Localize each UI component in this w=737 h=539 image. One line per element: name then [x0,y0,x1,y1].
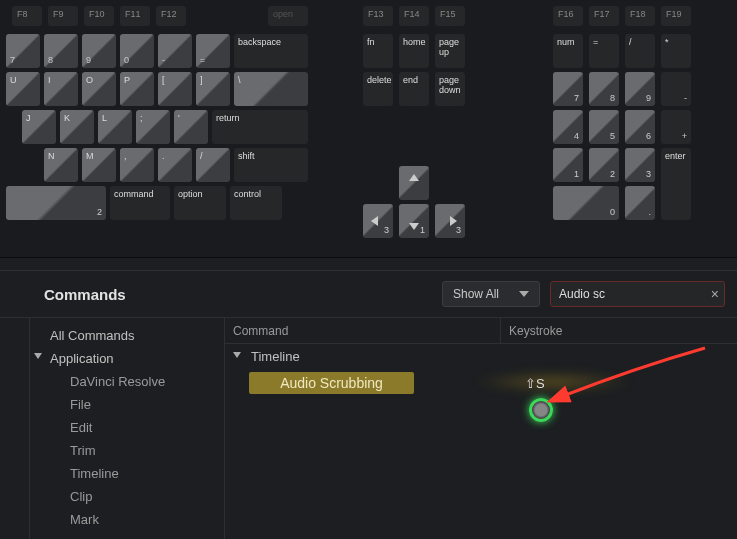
key-f8[interactable]: F8 [12,6,42,26]
tree-application[interactable]: Application [30,347,224,370]
key-num-star[interactable]: * [661,34,691,68]
key-space[interactable]: 2 [6,186,106,220]
key-bracket-r[interactable]: ] [196,72,230,106]
key-l[interactable]: L [98,110,132,144]
key-num4[interactable]: 4 [553,110,583,144]
key-arrow-right[interactable]: 3 [435,204,465,238]
chevron-down-icon [233,352,241,358]
tree-clip[interactable]: Clip [30,485,224,508]
key-o[interactable]: O [82,72,116,106]
key-f15[interactable]: F15 [435,6,465,26]
key-open[interactable]: open [268,6,308,26]
key-pageup[interactable]: page up [435,34,465,68]
key-f12[interactable]: F12 [156,6,186,26]
cursor-highlight [529,398,553,422]
key-f9[interactable]: F9 [48,6,78,26]
tree-edit[interactable]: Edit [30,416,224,439]
key-i[interactable]: I [44,72,78,106]
key-home[interactable]: home [399,34,429,68]
key-num-minus[interactable]: - [661,72,691,106]
filter-dropdown[interactable]: Show All [442,281,540,307]
key-num-plus[interactable]: + [661,110,691,144]
key-backspace[interactable]: backspace [234,34,308,68]
key-num5[interactable]: 5 [589,110,619,144]
key-f16[interactable]: F16 [553,6,583,26]
key-f11[interactable]: F11 [120,6,150,26]
key-semicolon[interactable]: ; [136,110,170,144]
key-f18[interactable]: F18 [625,6,655,26]
key-p[interactable]: P [120,72,154,106]
key-j[interactable]: J [22,110,56,144]
arrow-up-icon [409,174,419,181]
key-arrow-left[interactable]: 3 [363,204,393,238]
key-num-equals[interactable]: = [589,34,619,68]
command-list: Command Keystroke Timeline Audio Scrubbi… [225,318,737,539]
result-command-label: Audio Scrubbing [249,372,414,394]
key-backslash[interactable]: \ [234,72,308,106]
col-command[interactable]: Command [225,318,501,343]
tree-file[interactable]: File [30,393,224,416]
key-num0[interactable]: 0 [553,186,619,220]
key-7[interactable]: 7 [6,34,40,68]
key-num7[interactable]: 7 [553,72,583,106]
filter-label: Show All [453,287,499,301]
highlight-smudge [473,370,633,394]
key-m[interactable]: M [82,148,116,182]
key-f13[interactable]: F13 [363,6,393,26]
result-group-timeline[interactable]: Timeline [225,344,737,368]
arrow-left-icon [371,216,378,226]
key-0[interactable]: 0 [120,34,154,68]
command-tree: All Commands Application DaVinci Resolve… [30,318,225,539]
key-num-slash[interactable]: / [625,34,655,68]
key-delete[interactable]: delete [363,72,393,106]
commands-title: Commands [44,286,126,303]
key-bracket-l[interactable]: [ [158,72,192,106]
key-comma[interactable]: , [120,148,154,182]
search-input[interactable] [550,281,725,307]
key-num-enter[interactable]: enter [661,148,691,220]
key-num8[interactable]: 8 [589,72,619,106]
key-period[interactable]: . [158,148,192,182]
key-num3[interactable]: 3 [625,148,655,182]
key-shift[interactable]: shift [234,148,308,182]
key-minus[interactable]: - [158,34,192,68]
key-f14[interactable]: F14 [399,6,429,26]
key-num-dot[interactable]: . [625,186,655,220]
col-keystroke[interactable]: Keystroke [501,318,737,343]
tree-trim[interactable]: Trim [30,439,224,462]
key-arrow-up[interactable] [399,166,429,200]
key-pagedown[interactable]: page down [435,72,465,106]
tree-davinci[interactable]: DaVinci Resolve [30,370,224,393]
key-8[interactable]: 8 [44,34,78,68]
key-control[interactable]: control [230,186,282,220]
key-numlock[interactable]: num [553,34,583,68]
key-u[interactable]: U [6,72,40,106]
key-end[interactable]: end [399,72,429,106]
key-k[interactable]: K [60,110,94,144]
key-f19[interactable]: F19 [661,6,691,26]
key-quote[interactable]: ' [174,110,208,144]
key-num6[interactable]: 6 [625,110,655,144]
key-num1[interactable]: 1 [553,148,583,182]
key-num2[interactable]: 2 [589,148,619,182]
key-num9[interactable]: 9 [625,72,655,106]
key-f10[interactable]: F10 [84,6,114,26]
commands-header: Commands Show All × [0,271,737,317]
side-gutter [0,318,30,539]
chevron-down-icon [34,353,42,359]
columns-header: Command Keystroke [225,318,737,344]
key-arrow-down[interactable]: 1 [399,204,429,238]
key-return[interactable]: return [212,110,308,144]
key-command[interactable]: command [110,186,170,220]
tree-timeline[interactable]: Timeline [30,462,224,485]
key-9[interactable]: 9 [82,34,116,68]
tree-mark[interactable]: Mark [30,508,224,531]
key-equals[interactable]: = [196,34,230,68]
key-fn[interactable]: fn [363,34,393,68]
key-slash[interactable]: / [196,148,230,182]
key-n[interactable]: N [44,148,78,182]
key-f17[interactable]: F17 [589,6,619,26]
tree-all-commands[interactable]: All Commands [30,324,224,347]
key-option[interactable]: option [174,186,226,220]
clear-search-icon[interactable]: × [711,286,719,302]
